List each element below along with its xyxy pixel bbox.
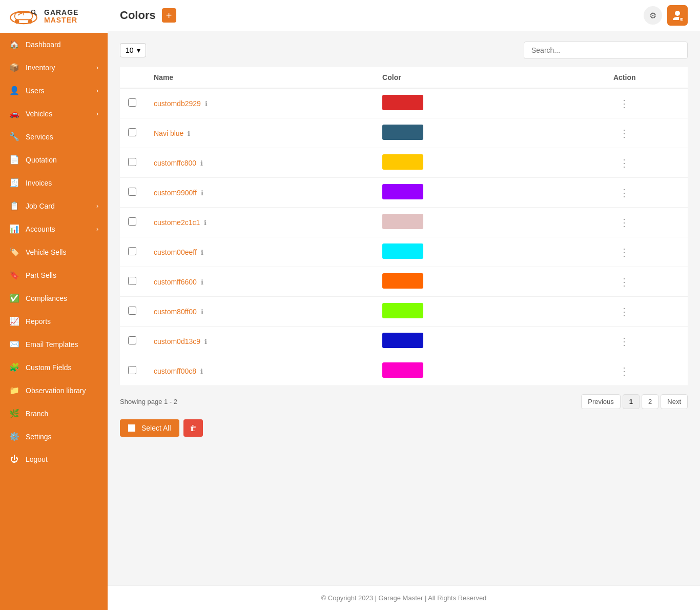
row-action-cell: ⋮: [561, 148, 688, 178]
sidebar-label-observation-library: Observation library: [26, 387, 86, 395]
row-name-cell: custome2c1c1 ℹ: [146, 208, 374, 237]
color-swatch-2: [382, 154, 423, 170]
info-icon-8[interactable]: ℹ: [204, 338, 207, 345]
sidebar-item-invoices[interactable]: 🧾 Invoices: [0, 171, 108, 194]
search-input[interactable]: [524, 42, 688, 59]
invoices-icon: 🧾: [9, 178, 19, 188]
info-icon-7[interactable]: ℹ: [201, 308, 203, 316]
settings-icon: ⚙️: [9, 432, 19, 441]
sidebar-item-reports[interactable]: 📈 Reports: [0, 310, 108, 333]
sidebar-item-part-sells[interactable]: 🔖 Part Sells: [0, 263, 108, 287]
row-checkbox-cell: [120, 267, 146, 297]
row-color-cell: [374, 267, 561, 297]
row-checkbox-8[interactable]: [128, 336, 136, 344]
row-action-cell: ⋮: [561, 356, 688, 386]
page-2-button[interactable]: 2: [642, 394, 658, 409]
color-swatch-1: [382, 125, 423, 140]
svg-point-7: [675, 11, 680, 16]
action-menu-5[interactable]: ⋮: [619, 247, 630, 258]
info-icon-2[interactable]: ℹ: [200, 159, 203, 167]
sidebar-item-vehicles[interactable]: 🚗 Vehicles ›: [0, 102, 108, 125]
action-menu-7[interactable]: ⋮: [619, 306, 630, 317]
per-page-dropdown[interactable]: 10 ▾: [120, 43, 146, 57]
top-header: Colors + ⚙ ID: [108, 0, 700, 31]
select-all-button[interactable]: Select All: [120, 419, 179, 437]
logo-master: MASTER: [44, 16, 78, 24]
next-page-button[interactable]: Next: [661, 394, 688, 409]
action-menu-1[interactable]: ⋮: [619, 128, 630, 139]
row-action-cell: ⋮: [561, 327, 688, 356]
sidebar-item-dashboard[interactable]: 🏠 Dashboard: [0, 33, 108, 56]
sidebar-item-inventory[interactable]: 📦 Inventory ›: [0, 56, 108, 79]
action-menu-3[interactable]: ⋮: [619, 187, 630, 198]
row-checkbox-9[interactable]: [128, 366, 136, 374]
info-icon-6[interactable]: ℹ: [201, 278, 203, 286]
row-checkbox-0[interactable]: [128, 98, 136, 107]
sidebar-item-quotation[interactable]: 📄 Quotation: [0, 148, 108, 171]
sidebar-item-logout[interactable]: ⏻ Logout: [0, 448, 108, 471]
row-checkbox-7[interactable]: [128, 307, 136, 315]
action-menu-6[interactable]: ⋮: [619, 276, 630, 288]
inventory-icon: 📦: [9, 63, 19, 72]
sidebar-item-job-card[interactable]: 📋 Job Card ›: [0, 194, 108, 217]
color-swatch-4: [382, 214, 423, 229]
info-icon-4[interactable]: ℹ: [204, 219, 207, 227]
table-row: custome2c1c1 ℹ ⋮: [120, 208, 688, 237]
sidebar-item-email-templates[interactable]: ✉️ Email Templates: [0, 333, 108, 356]
row-checkbox-3[interactable]: [128, 188, 136, 196]
svg-point-2: [15, 19, 19, 24]
sidebar-item-vehicle-sells[interactable]: 🏷️ Vehicle Sells: [0, 240, 108, 263]
row-checkbox-1[interactable]: [128, 128, 136, 136]
row-checkbox-cell: [120, 356, 146, 386]
action-menu-2[interactable]: ⋮: [619, 157, 630, 169]
prev-page-button[interactable]: Previous: [581, 394, 621, 409]
colors-table: Name Color Action customdb2929 ℹ ⋮ Nav: [120, 67, 688, 386]
page-1-button[interactable]: 1: [623, 394, 640, 409]
row-checkbox-6[interactable]: [128, 277, 136, 285]
sidebar-label-invoices: Invoices: [26, 179, 52, 187]
sidebar-item-settings[interactable]: ⚙️ Settings: [0, 425, 108, 448]
row-action-cell: ⋮: [561, 208, 688, 237]
action-menu-8[interactable]: ⋮: [619, 336, 630, 347]
sidebar-label-branch: Branch: [26, 410, 48, 418]
user-profile-button[interactable]: ID: [667, 5, 688, 26]
sidebar-item-compliances[interactable]: ✅ Compliances: [0, 287, 108, 310]
sidebar-item-custom-fields[interactable]: 🧩 Custom Fields: [0, 356, 108, 379]
action-menu-4[interactable]: ⋮: [619, 217, 630, 228]
sidebar-item-accounts[interactable]: 📊 Accounts ›: [0, 217, 108, 240]
action-menu-0[interactable]: ⋮: [619, 98, 630, 109]
table-row: customff00c8 ℹ ⋮: [120, 356, 688, 386]
add-color-button[interactable]: +: [162, 8, 176, 23]
table-row: custom80ff00 ℹ ⋮: [120, 297, 688, 327]
info-icon-5[interactable]: ℹ: [201, 249, 203, 256]
row-checkbox-5[interactable]: [128, 247, 136, 255]
delete-selected-button[interactable]: 🗑: [183, 419, 203, 437]
row-checkbox-cell: [120, 178, 146, 208]
row-checkbox-2[interactable]: [128, 158, 136, 166]
row-checkbox-cell: [120, 208, 146, 237]
sidebar: GARAGE MASTER 🏠 Dashboard 📦 Inventory › …: [0, 0, 108, 610]
info-icon-9[interactable]: ℹ: [200, 368, 203, 375]
info-icon-1[interactable]: ℹ: [188, 130, 190, 137]
sidebar-item-observation-library[interactable]: 📁 Observation library: [0, 379, 108, 402]
sidebar-item-users[interactable]: 👤 Users ›: [0, 79, 108, 102]
sidebar-item-branch[interactable]: 🌿 Branch: [0, 402, 108, 425]
reports-icon: 📈: [9, 316, 19, 326]
sidebar-item-services[interactable]: 🔧 Services: [0, 125, 108, 148]
row-checkbox-4[interactable]: [128, 217, 136, 226]
settings-icon-button[interactable]: ⚙: [644, 6, 662, 25]
color-name-8: custom0d13c9: [154, 337, 200, 345]
logo-area: GARAGE MASTER: [0, 0, 108, 33]
row-action-cell: ⋮: [561, 88, 688, 118]
row-name-cell: customff00c8 ℹ: [146, 356, 374, 386]
chevron-right-icon: ›: [96, 110, 98, 117]
content-area: 10 ▾ Name Color Action cust: [108, 31, 700, 585]
job-card-icon: 📋: [9, 201, 19, 211]
action-menu-9[interactable]: ⋮: [619, 365, 630, 377]
row-name-cell: custom80ff00 ℹ: [146, 297, 374, 327]
sidebar-label-reports: Reports: [26, 317, 51, 326]
info-icon-0[interactable]: ℹ: [205, 100, 208, 108]
col-action: Action: [561, 67, 688, 88]
info-icon-3[interactable]: ℹ: [201, 189, 203, 197]
color-swatch-9: [382, 362, 423, 378]
